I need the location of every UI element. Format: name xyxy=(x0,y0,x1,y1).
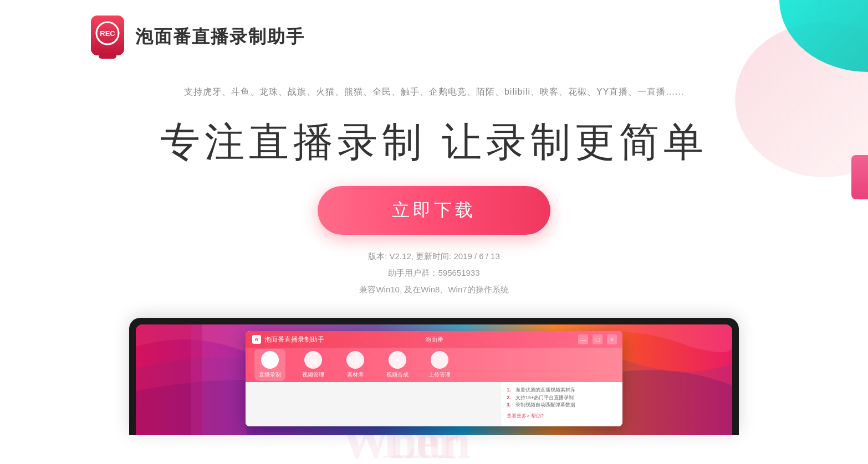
svg-text:REC: REC xyxy=(100,29,115,38)
app-titlebar: R 泡面番直播录制助手 泡面番 — □ × xyxy=(246,331,622,348)
nav-item-upload[interactable]: ↑ 上传管理 xyxy=(425,351,454,379)
nav-item-compose[interactable]: ✂ 视频合成 xyxy=(383,351,412,379)
hero-headline: 专注直播录制 让录制更简单 xyxy=(0,120,868,164)
app-logo: REC xyxy=(89,16,126,59)
content-right: 1. 海量优质的直播视频素材库 2. 支持15+热门平台直播录制 3. 录制视频… xyxy=(501,382,622,426)
nav-item-video-manage[interactable]: ▤ 视频管理 xyxy=(299,351,328,379)
feature-3: 3. 录制视频自动匹配弹幕数据 xyxy=(507,401,617,409)
nav-record-label: 直播录制 xyxy=(259,371,281,379)
header: REC 泡面番直播录制助手 xyxy=(0,0,868,70)
titlebar-logo: R xyxy=(252,335,261,344)
download-section: 立即下载 xyxy=(0,186,868,235)
app-title: 泡面番直播录制助手 xyxy=(135,25,305,49)
mockup-section: R 泡面番直播录制助手 泡面番 — □ × ▶ 直播录制 xyxy=(0,318,868,435)
compatibility-info: 兼容Win10, 及在Win8、Win7的操作系统 xyxy=(0,281,868,298)
compose-icon: ✂ xyxy=(389,351,406,369)
feature-text-3: 录制视频自动匹配弹幕数据 xyxy=(515,401,575,409)
feature-num-1: 1. xyxy=(507,386,513,394)
app-content: 1. 海量优质的直播视频素材库 2. 支持15+热门平台直播录制 3. 录制视频… xyxy=(246,382,622,426)
nav-item-record[interactable]: ▶ 直播录制 xyxy=(254,349,285,381)
feature-text-2: 支持15+热门平台直播录制 xyxy=(515,394,574,402)
download-button[interactable]: 立即下载 xyxy=(318,186,550,235)
maximize-button[interactable]: □ xyxy=(593,334,603,344)
hero-section: 专注直播录制 让录制更简单 xyxy=(0,120,868,164)
content-left xyxy=(246,382,501,426)
nav-upload-label: 上传管理 xyxy=(428,371,451,379)
nav-materials-label: 素材库 xyxy=(347,371,364,379)
info-section: 版本: V2.12, 更新时间: 2019 / 6 / 13 助手用户群：595… xyxy=(0,248,868,298)
window-controls: — □ × xyxy=(578,334,617,344)
record-icon: ▶ xyxy=(261,351,279,369)
user-group-info: 助手用户群：595651933 xyxy=(0,265,868,281)
nav-compose-label: 视频合成 xyxy=(386,371,409,379)
app-window: R 泡面番直播录制助手 泡面番 — □ × ▶ 直播录制 xyxy=(246,331,622,426)
feature-text-1: 海量优质的直播视频素材库 xyxy=(515,386,575,394)
feature-1: 1. 海量优质的直播视频素材库 xyxy=(507,386,617,394)
nav-item-materials[interactable]: ◫ 素材库 xyxy=(341,351,370,379)
minimize-button[interactable]: — xyxy=(578,334,588,344)
titlebar-app-name: 泡面番直播录制助手 xyxy=(264,335,324,344)
titlebar-brand: 泡面番 xyxy=(425,336,443,344)
feature-num-2: 2. xyxy=(507,394,513,402)
upload-icon: ↑ xyxy=(431,351,448,369)
app-navbar: ▶ 直播录制 ▤ 视频管理 ◫ 素材库 ✂ 视频合成 xyxy=(246,348,622,382)
laptop-screen: R 泡面番直播录制助手 泡面番 — □ × ▶ 直播录制 xyxy=(136,324,732,435)
svg-rect-4 xyxy=(99,53,116,59)
close-button[interactable]: × xyxy=(607,334,617,344)
laptop-frame: R 泡面番直播录制助手 泡面番 — □ × ▶ 直播录制 xyxy=(129,318,739,435)
see-more-link[interactable]: 查看更多> 帮助? xyxy=(507,411,617,420)
version-info: 版本: V2.12, 更新时间: 2019 / 6 / 13 xyxy=(0,248,868,265)
nav-video-manage-label: 视频管理 xyxy=(302,371,324,379)
feature-num-3: 3. xyxy=(507,401,513,409)
materials-icon: ◫ xyxy=(346,351,364,369)
subtitle-text: 支持虎牙、斗鱼、龙珠、战旗、火猫、熊猫、全民、触手、企鹅电竞、陌陌、bilibi… xyxy=(0,86,868,98)
feature-2: 2. 支持15+热门平台直播录制 xyxy=(507,394,617,402)
video-manage-icon: ▤ xyxy=(304,351,322,369)
svg-rect-7 xyxy=(191,324,247,435)
